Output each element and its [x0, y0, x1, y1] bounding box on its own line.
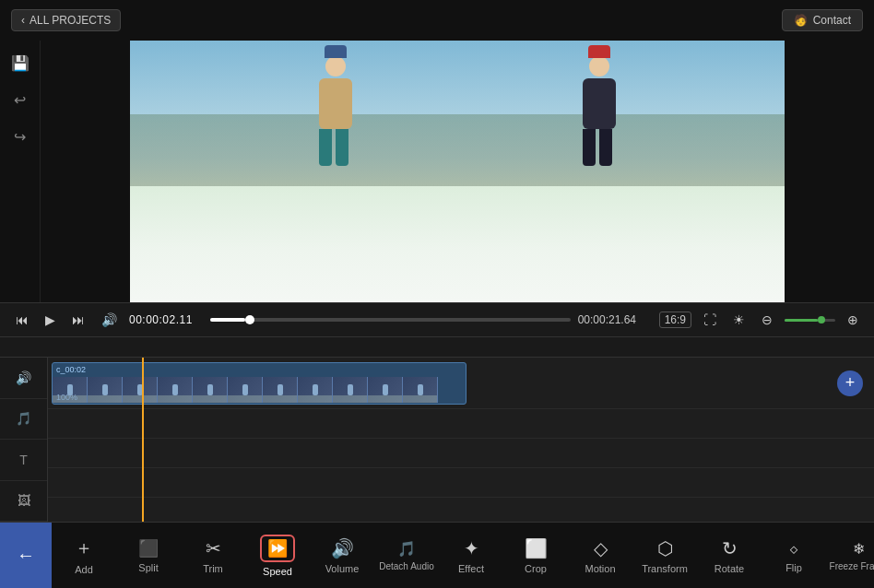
transport-bar: ⏮ ▶ ⏭ 🔊 00:00:02.11 00:00:21.64 16:9 ⛶ ☀… — [0, 302, 874, 337]
rotate-icon: ↻ — [722, 537, 738, 559]
text-track-control[interactable]: T — [0, 440, 47, 481]
tool-motion[interactable]: ◇ Motion — [568, 523, 632, 589]
music-track-control[interactable]: 🎵 — [0, 399, 47, 441]
hat-blue — [325, 45, 347, 58]
timeline-ruler: 00:00:04 00:00:08 00:00:12 00:00:16 00:0… — [0, 337, 874, 358]
zoom-slider[interactable] — [785, 319, 835, 322]
chevron-left-icon: ‹ — [21, 14, 25, 27]
leg-left-1 — [319, 129, 332, 166]
person-left-body — [319, 78, 352, 129]
volume-icon: 🔊 — [331, 537, 354, 559]
text-track — [48, 439, 874, 468]
sidebar-save-icon[interactable]: 💾 — [6, 48, 35, 77]
tool-flip[interactable]: ⬦ Flip — [762, 523, 826, 589]
volume-button[interactable]: 🔊 — [97, 310, 122, 330]
tool-speed[interactable]: ⏩ Speed — [245, 523, 310, 589]
video-preview — [130, 41, 785, 302]
freeze-frame-icon: ❄ — [853, 540, 865, 558]
zoom-track[interactable] — [785, 319, 835, 322]
speed-icon: ⏩ — [267, 538, 288, 559]
transform-label: Transform — [642, 563, 688, 574]
contact-label: Contact — [813, 14, 851, 27]
skip-to-start-button[interactable]: ⏮ — [11, 310, 33, 330]
video-clip[interactable]: c_00:02 100% — [52, 362, 467, 405]
effect-icon: ✦ — [464, 537, 479, 559]
person-right — [567, 56, 632, 185]
figure-left — [294, 56, 377, 194]
clip-thumbnails — [53, 363, 438, 404]
tool-freeze-frame[interactable]: ❄ Freeze Frame — [826, 523, 874, 589]
brightness-button[interactable]: ☀ — [728, 310, 750, 330]
trim-icon: ✂ — [206, 537, 221, 559]
trim-label: Trim — [203, 563, 223, 574]
back-nav-button[interactable]: ← — [0, 523, 52, 589]
person-right-legs — [583, 129, 616, 166]
tool-crop[interactable]: ⬜ Crop — [503, 523, 568, 589]
leg-left-2 — [336, 129, 348, 166]
crop-icon: ⬜ — [525, 537, 548, 559]
contact-button[interactable]: 🧑 Contact — [782, 9, 863, 31]
flip-label: Flip — [785, 562, 802, 573]
add-icon: ＋ — [75, 535, 93, 560]
thumb-4 — [158, 377, 193, 403]
play-button[interactable]: ▶ — [41, 310, 60, 330]
timeline-scrubber[interactable] — [210, 318, 571, 322]
split-label: Split — [138, 562, 158, 573]
tool-transform[interactable]: ⬡ Transform — [632, 523, 697, 589]
crop-label: Crop — [525, 563, 547, 574]
top-bar: ‹ ALL PROJECTS 🧑 Contact — [0, 0, 874, 41]
motion-icon: ◇ — [594, 537, 608, 559]
video-frame — [130, 41, 785, 302]
preview-area — [41, 41, 874, 302]
sidebar-undo-icon[interactable]: ↩ — [6, 85, 35, 114]
back-label: ALL PROJECTS — [30, 14, 111, 27]
tracks-area: c_00:02 100% — [48, 358, 874, 522]
volume-label: Volume — [325, 563, 360, 574]
transform-icon: ⬡ — [657, 537, 673, 559]
scene-ground — [130, 186, 785, 303]
toolbar-tools: ＋ Add ⬛ Split ✂ Trim ⏩ Speed 🔊 Volume 🎵 … — [52, 523, 874, 589]
back-to-projects-button[interactable]: ‹ ALL PROJECTS — [11, 9, 121, 31]
zoom-in-icon[interactable]: ⊕ — [843, 310, 863, 330]
leg-right-1 — [583, 129, 596, 166]
video-track: c_00:02 100% — [48, 358, 874, 409]
tool-trim[interactable]: ✂ Trim — [181, 523, 245, 589]
person-left-head — [325, 56, 346, 76]
leg-right-2 — [599, 129, 612, 166]
thumb-6 — [228, 377, 263, 403]
thumb-8 — [298, 377, 333, 403]
progress-handle[interactable] — [245, 315, 254, 324]
aspect-ratio-display: 16:9 — [659, 312, 691, 328]
sidebar-redo-icon[interactable]: ↪ — [6, 122, 35, 151]
freeze-frame-label: Freeze Frame — [830, 561, 874, 571]
zoom-out-icon: ⊖ — [757, 310, 777, 330]
total-time-display: 00:00:21.64 — [578, 313, 652, 326]
bottom-toolbar: ← ＋ Add ⬛ Split ✂ Trim ⏩ Speed 🔊 Volume … — [0, 522, 874, 588]
back-nav-icon: ← — [17, 545, 35, 566]
add-track-button[interactable]: + — [837, 370, 863, 396]
tool-split[interactable]: ⬛ Split — [116, 523, 181, 589]
motion-label: Motion — [585, 563, 615, 574]
main-content: 💾 ↩ ↪ — [0, 41, 874, 302]
person-left — [303, 56, 368, 185]
video-track-control[interactable]: 🔊 — [0, 358, 47, 399]
tool-add[interactable]: ＋ Add — [52, 523, 116, 589]
thumb-11 — [403, 377, 438, 403]
music-track — [48, 409, 874, 439]
zoom-handle[interactable] — [818, 316, 825, 323]
tool-effect[interactable]: ✦ Effect — [439, 523, 503, 589]
thumb-2 — [88, 377, 123, 403]
zoom-fill — [785, 319, 818, 322]
tool-detach-audio[interactable]: 🎵 Detach Audio — [374, 523, 439, 589]
tool-rotate[interactable]: ↻ Rotate — [697, 523, 762, 589]
image-track-control[interactable]: 🖼 — [0, 481, 47, 523]
skip-to-end-button[interactable]: ⏭ — [67, 310, 89, 330]
fullscreen-button[interactable]: ⛶ — [699, 310, 721, 330]
thumb-5 — [193, 377, 228, 403]
timeline-tracks: 🔊 🎵 T 🖼 c_00:02 — [0, 358, 874, 522]
tool-volume[interactable]: 🔊 Volume — [310, 523, 374, 589]
person-left-legs — [319, 129, 352, 166]
speed-label: Speed — [263, 566, 292, 577]
figure-right — [558, 56, 641, 194]
effect-label: Effect — [458, 563, 484, 574]
